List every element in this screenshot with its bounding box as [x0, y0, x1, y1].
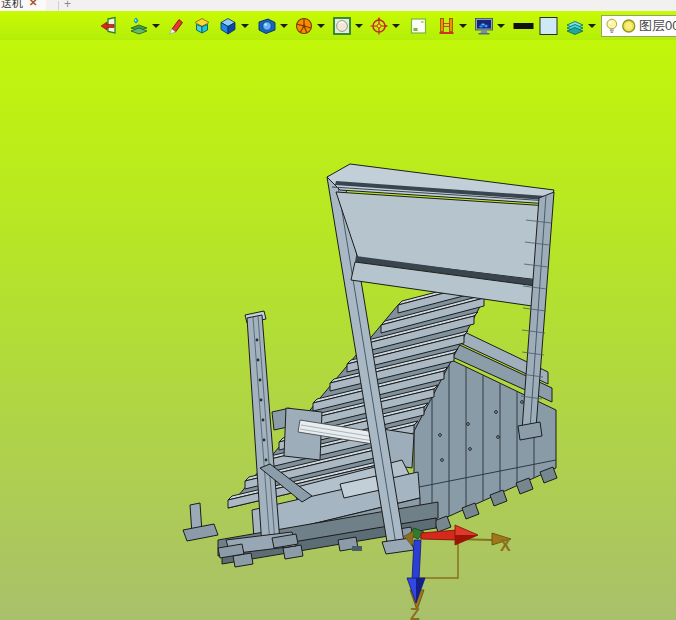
cad-application-window: 送机 ✕ + — [0, 0, 676, 620]
color-swatch-button[interactable] — [539, 15, 558, 37]
tab-close-icon[interactable]: ✕ — [29, 0, 37, 8]
blue-cube-button[interactable] — [218, 15, 238, 37]
canvas-box-icon — [410, 17, 427, 35]
x-axis-label: X — [500, 537, 511, 554]
tab-divider — [58, 1, 59, 10]
clamp-dropdown-caret[interactable] — [459, 24, 467, 28]
material-sphere-icon — [257, 16, 277, 36]
document-tab[interactable]: 送机 ✕ — [0, 0, 46, 11]
material-dropdown-caret[interactable] — [280, 24, 288, 28]
3d-viewport[interactable]: X Z — [0, 40, 676, 620]
layer-stack-dropdown-caret[interactable] — [588, 24, 596, 28]
z-axis-label: Z — [410, 606, 420, 620]
layer-selector[interactable]: 图层0000 — [601, 15, 676, 37]
pen-icon — [166, 16, 184, 36]
new-tab-button[interactable]: + — [64, 0, 71, 11]
open-box-icon — [192, 16, 212, 36]
sphere-frame-dropdown-caret[interactable] — [355, 24, 363, 28]
layer-stack-icon — [565, 16, 585, 36]
spin-wheel-dropdown-caret[interactable] — [317, 24, 325, 28]
sphere-in-frame-icon — [332, 16, 352, 36]
monitor-icon — [474, 16, 494, 36]
layers-edit-icon — [129, 16, 149, 36]
layers-edit-dropdown-caret[interactable] — [152, 24, 160, 28]
color-swatch — [539, 16, 558, 36]
open-box-button[interactable] — [192, 15, 212, 37]
sketch-pen-button[interactable] — [166, 15, 184, 37]
coordinate-target-dropdown-caret[interactable] — [392, 24, 400, 28]
layer-stack-button[interactable] — [565, 15, 585, 37]
pinwheel-icon — [294, 16, 314, 36]
clamp-icon — [437, 16, 456, 36]
exit-sketch-button[interactable] — [99, 15, 119, 37]
cube-icon — [218, 16, 238, 36]
monitor-dropdown-caret[interactable] — [497, 24, 505, 28]
sphere-frame-button[interactable] — [332, 15, 352, 37]
clamp-tool-button[interactable] — [437, 15, 456, 37]
spin-wheel-button[interactable] — [294, 15, 314, 37]
layers-edit-button[interactable] — [129, 15, 149, 37]
material-button[interactable] — [257, 15, 277, 37]
document-tab-title: 送机 — [1, 0, 23, 11]
layer-color-icon[interactable] — [621, 17, 637, 35]
line-width-swatch — [513, 16, 534, 36]
cube-dropdown-caret[interactable] — [241, 24, 249, 28]
light-bulb-icon[interactable] — [605, 17, 619, 35]
coordinate-target-button[interactable] — [369, 15, 389, 37]
main-toolbar: 图层0000 — [0, 11, 676, 40]
line-width-button[interactable] — [513, 15, 534, 37]
crosshair-target-icon — [369, 16, 389, 36]
canvas-box-button[interactable] — [410, 15, 427, 37]
document-tab-bar: 送机 ✕ + — [0, 0, 676, 11]
layer-name: 图层0000 — [639, 17, 676, 35]
render-monitor-button[interactable] — [474, 15, 494, 37]
door-exit-icon — [99, 16, 119, 36]
